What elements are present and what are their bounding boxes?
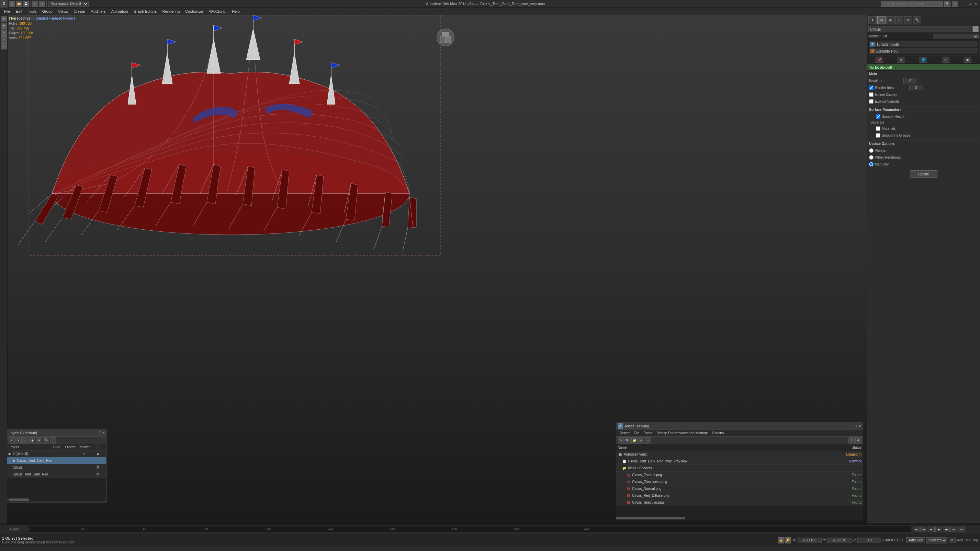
asset-row-glossiness[interactable]: 🖼 Circus_Glossiness.png Found <box>616 479 863 486</box>
layer-hide-btn[interactable]: 👁 <box>43 437 49 443</box>
explicit-normals-checkbox[interactable] <box>869 99 873 104</box>
asset-help-btn[interactable]: ? <box>848 437 854 443</box>
asset-row-maps[interactable]: 📁 Maps / Shaders <box>616 465 863 472</box>
asset-settings-btn[interactable]: ⚙ <box>855 437 861 443</box>
asset-options-menu[interactable]: Options <box>710 431 726 435</box>
menu-customize[interactable]: Customize <box>182 9 206 14</box>
z-coord-input[interactable] <box>858 538 881 543</box>
layer-add-selected-btn[interactable]: ↓ <box>22 437 29 443</box>
y-coord-input[interactable] <box>827 538 851 543</box>
modifier-dropdown[interactable] <box>933 33 978 39</box>
next-frame-btn[interactable]: ⏭ <box>943 527 950 532</box>
next-key-btn[interactable]: ⇥ <box>958 527 965 532</box>
asset-restore-btn[interactable]: □ <box>854 424 857 428</box>
layer-freeze-btn[interactable]: ❄ <box>36 437 42 443</box>
smooth-result-checkbox[interactable] <box>876 114 880 119</box>
menu-animation[interactable]: Animation <box>108 9 131 14</box>
menu-graph-editors[interactable]: Graph Editors <box>131 9 160 14</box>
asset-panel-header[interactable]: A Asset Tracking ─ □ ✕ <box>616 422 863 430</box>
lock-icon[interactable]: 🔒 <box>778 537 784 543</box>
always-radio[interactable] <box>869 148 873 153</box>
set-keys-btn[interactable]: ⧖ <box>949 538 956 543</box>
menu-group[interactable]: Group <box>39 9 55 14</box>
isoline-checkbox[interactable] <box>869 92 873 97</box>
play-rev-btn[interactable]: ◄ <box>920 527 927 532</box>
asset-row-max-file[interactable]: 📄 Circus_Tent_Dark_Red_max_vray.max Netw… <box>616 458 863 465</box>
show-all-btn[interactable]: ▣ <box>964 57 971 63</box>
auto-key-btn[interactable]: Auto Key <box>906 537 925 543</box>
scale-tool[interactable]: ⤢ <box>1 37 7 43</box>
undo-btn[interactable]: ↩ <box>32 1 38 7</box>
menu-tools[interactable]: Tools <box>25 9 40 14</box>
manually-radio[interactable] <box>869 162 873 167</box>
workspace-dropdown[interactable]: Workspace: Default <box>48 1 89 7</box>
close-btn[interactable]: ✕ <box>973 1 978 6</box>
open-btn[interactable]: 📂 <box>16 1 22 7</box>
asset-row-normal[interactable]: 🖼 Circus_Normal.png Found <box>616 486 863 492</box>
move-tool[interactable]: ✛ <box>1 23 7 29</box>
menu-edit[interactable]: Edit <box>13 9 25 14</box>
layer-delete-btn[interactable]: ✕ <box>16 437 22 443</box>
hierarchy-tab[interactable]: ⊕ <box>886 16 894 24</box>
save-btn[interactable]: 💾 <box>23 1 29 7</box>
layer-render-btn[interactable]: ⬛ <box>50 437 56 443</box>
object-name-input[interactable] <box>869 26 971 32</box>
asset-row-specular[interactable]: 🖼 Circus_Specular.png Found <box>616 499 863 506</box>
asset-refresh-btn[interactable]: ↻ <box>617 437 624 443</box>
asset-server-menu[interactable]: Server <box>617 431 632 435</box>
select-tool[interactable]: ✣ <box>1 16 7 22</box>
x-coord-input[interactable] <box>798 538 822 543</box>
layer-hscroll[interactable] <box>9 499 105 501</box>
layer-row-circus-tent[interactable]: Circus_Tent_Dark_Red ⚙ <box>7 471 106 478</box>
asset-row-vault[interactable]: 🏦 Autodesk Vault Logged In <box>616 451 863 458</box>
new-btn[interactable]: 🗋 <box>9 1 15 7</box>
asset-paths-menu[interactable]: Paths <box>642 431 655 435</box>
show-end-btn[interactable]: ⊳ <box>942 57 950 63</box>
zoom-tool[interactable]: ⌖ <box>1 43 7 49</box>
layer-row-circus-tent-red[interactable]: ▶ Circus_Tent_Dark_Red □ <box>7 457 106 464</box>
display-tab[interactable]: 👁 <box>904 16 912 24</box>
search-input[interactable] <box>881 1 943 7</box>
smoothing-groups-checkbox[interactable] <box>876 133 880 138</box>
asset-list-view-btn[interactable]: ≡ <box>645 437 651 443</box>
modify-tab[interactable]: ⚙ <box>877 16 886 24</box>
asset-find-btn[interactable]: 🔍 <box>624 437 631 443</box>
prev-frame-btn[interactable]: ⏮ <box>913 527 920 532</box>
menu-help[interactable]: Help <box>229 9 242 14</box>
stop-btn[interactable]: ■ <box>928 527 935 532</box>
update-btn[interactable]: Update <box>910 170 937 178</box>
render-iters-input[interactable] <box>909 85 923 90</box>
asset-row-fresnel[interactable]: 🖼 Circus_Fresnel.png Found <box>616 472 863 479</box>
prev-key-btn[interactable]: ⇤ <box>950 527 957 532</box>
asset-hscroll[interactable] <box>616 516 863 520</box>
modifier-turbosmooth[interactable]: T TurboSmooth <box>869 41 978 48</box>
create-tab[interactable]: ✦ <box>869 16 877 24</box>
layer-panel-header[interactable]: Layer: 0 (default) ? ✕ <box>7 429 106 437</box>
iterations-input[interactable] <box>904 78 917 83</box>
pin-btn[interactable]: 📌 <box>876 57 883 63</box>
menu-file[interactable]: File <box>2 9 13 14</box>
minimize-btn[interactable]: ─ <box>961 1 966 6</box>
when-rendering-radio[interactable] <box>869 155 873 160</box>
search-btn[interactable]: 🔍 <box>944 1 950 7</box>
utility-tab[interactable]: 🔧 <box>913 16 921 24</box>
asset-strip-btn[interactable]: ✗ <box>638 437 644 443</box>
layer-row-circus[interactable]: Circus ⚙ <box>7 464 106 471</box>
asset-path-btn[interactable]: 📁 <box>632 437 638 443</box>
help-btn[interactable]: ? <box>952 1 958 7</box>
redo-btn[interactable]: ↪ <box>39 1 45 7</box>
timeline-track[interactable]: 0 25 50 75 100 125 150 175 200 225 <box>27 526 911 533</box>
render-iters-checkbox[interactable] <box>869 86 873 90</box>
layer-new-btn[interactable]: + <box>9 437 15 443</box>
layer-close-btn[interactable]: ✕ <box>102 431 105 435</box>
asset-file-menu[interactable]: File <box>632 431 641 435</box>
materials-checkbox[interactable] <box>876 126 880 131</box>
play-fwd-btn[interactable]: ▶ <box>935 527 942 532</box>
menu-modifiers[interactable]: Modifiers <box>88 9 108 14</box>
asset-bitmap-menu[interactable]: Bitmap Performance and Memory <box>654 431 710 435</box>
layer-row-default[interactable]: ▶ 0 (default) ✓ ● <box>7 450 106 457</box>
asset-row-diffuse[interactable]: 🖼 Circus_Red_Diffuse.png Found <box>616 492 863 499</box>
object-color-swatch[interactable] <box>972 26 978 32</box>
world-space-btn[interactable]: 🌐 <box>920 57 927 63</box>
layer-help-btn[interactable]: ? <box>99 431 101 435</box>
